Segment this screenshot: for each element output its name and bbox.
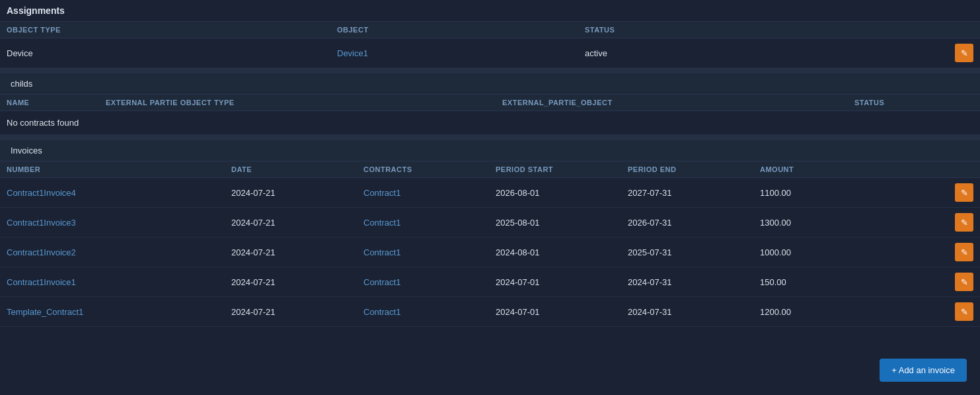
invoice-date-value: 2024-07-21 xyxy=(231,188,363,198)
invoice-contracts-value: Contract1 xyxy=(363,307,496,317)
header-invoice-period-end: PERIOD END xyxy=(628,165,760,173)
invoice-contracts-value: Contract1 xyxy=(363,188,496,198)
childs-header-row: NAME EXTERNAL PARTIE OBJECT TYPE EXTERNA… xyxy=(0,95,980,111)
header-name: NAME xyxy=(7,99,106,107)
invoice-edit-button[interactable]: ✎ xyxy=(955,273,973,291)
invoice-period-end-value: 2025-07-31 xyxy=(628,247,760,257)
invoice-date-value: 2024-07-21 xyxy=(231,277,363,287)
invoice-number-link[interactable]: Contract1Invoice1 xyxy=(7,277,76,287)
invoice-amount-value: 1300.00 xyxy=(760,218,940,228)
invoice-row: Contract1Invoice2 2024-07-21 Contract1 2… xyxy=(0,238,980,267)
invoice-number-link[interactable]: Contract1Invoice3 xyxy=(7,218,76,228)
header-object-type: OBJECT TYPE xyxy=(7,26,337,34)
edit-icon: ✎ xyxy=(961,247,968,257)
header-invoice-contracts: CONTRACTS xyxy=(363,165,496,173)
invoice-number-value: Contract1Invoice3 xyxy=(7,218,231,228)
invoice-number-link[interactable]: Contract1Invoice2 xyxy=(7,247,76,257)
invoice-date-value: 2024-07-21 xyxy=(231,218,363,228)
invoice-period-end-value: 2027-07-31 xyxy=(628,188,760,198)
invoice-number-value: Template_Contract1 xyxy=(7,307,231,317)
header-invoice-period-start: PERIOD START xyxy=(496,165,628,173)
invoice-period-start-value: 2026-08-01 xyxy=(496,188,628,198)
invoice-edit-button[interactable]: ✎ xyxy=(955,213,973,232)
header-object: OBJECT xyxy=(337,26,585,34)
header-external-partie-object-type: EXTERNAL PARTIE OBJECT TYPE xyxy=(106,99,502,107)
assignment-status-value: active xyxy=(585,48,947,58)
header-status: STATUS xyxy=(585,26,973,34)
invoice-contracts-value: Contract1 xyxy=(363,247,496,257)
invoice-date-value: 2024-07-21 xyxy=(231,307,363,317)
no-contracts-message: No contracts found xyxy=(0,111,980,135)
invoice-contracts-value: Contract1 xyxy=(363,277,496,287)
invoice-actions: ✎ xyxy=(940,273,973,291)
edit-icon: ✎ xyxy=(961,277,968,287)
assignment-object-link[interactable]: Device1 xyxy=(337,48,368,58)
header-child-status: STATUS xyxy=(854,99,973,107)
invoice-amount-value: 150.00 xyxy=(760,277,940,287)
invoice-edit-button[interactable]: ✎ xyxy=(955,183,973,202)
invoice-row: Contract1Invoice4 2024-07-21 Contract1 2… xyxy=(0,178,980,208)
assignment-actions: ✎ xyxy=(947,44,973,62)
invoice-number-value: Contract1Invoice4 xyxy=(7,188,231,198)
header-invoice-number: NUMBER xyxy=(7,165,231,173)
childs-section: childs NAME EXTERNAL PARTIE OBJECT TYPE … xyxy=(0,71,980,135)
invoice-period-start-value: 2025-08-01 xyxy=(496,218,628,228)
invoice-row: Contract1Invoice3 2024-07-21 Contract1 2… xyxy=(0,208,980,238)
invoices-section: Invoices NUMBER DATE CONTRACTS PERIOD ST… xyxy=(0,138,980,327)
header-invoice-date: DATE xyxy=(231,165,363,173)
invoice-period-start-value: 2024-07-01 xyxy=(496,307,628,317)
edit-icon: ✎ xyxy=(961,48,968,58)
invoice-contract-link[interactable]: Contract1 xyxy=(363,218,400,228)
invoice-period-end-value: 2024-07-31 xyxy=(628,277,760,287)
invoice-actions: ✎ xyxy=(940,243,973,261)
invoice-contract-link[interactable]: Contract1 xyxy=(363,188,400,198)
invoice-number-value: Contract1Invoice1 xyxy=(7,277,231,287)
invoice-actions: ✎ xyxy=(940,183,973,202)
assignment-object-value: Device1 xyxy=(337,48,585,58)
invoice-amount-value: 1200.00 xyxy=(760,307,940,317)
add-invoice-button[interactable]: + Add an invoice xyxy=(880,359,967,382)
invoice-contract-link[interactable]: Contract1 xyxy=(363,307,400,317)
header-invoice-amount: AMOUNT xyxy=(760,165,973,173)
invoice-contracts-value: Contract1 xyxy=(363,218,496,228)
invoice-period-end-value: 2026-07-31 xyxy=(628,218,760,228)
invoice-period-start-value: 2024-08-01 xyxy=(496,247,628,257)
invoice-period-start-value: 2024-07-01 xyxy=(496,277,628,287)
invoice-actions: ✎ xyxy=(940,302,973,321)
invoice-edit-button[interactable]: ✎ xyxy=(955,243,973,261)
invoices-header-row: NUMBER DATE CONTRACTS PERIOD START PERIO… xyxy=(0,161,980,178)
assignments-header-row: OBJECT TYPE OBJECT STATUS xyxy=(0,22,980,38)
edit-icon: ✎ xyxy=(961,188,968,198)
assignments-section: Assignments OBJECT TYPE OBJECT STATUS De… xyxy=(0,0,980,68)
assignment-object-type-value: Device xyxy=(7,48,337,58)
invoice-row: Contract1Invoice1 2024-07-21 Contract1 2… xyxy=(0,267,980,297)
edit-icon: ✎ xyxy=(961,218,968,228)
invoice-number-link[interactable]: Contract1Invoice4 xyxy=(7,188,76,198)
invoice-row: Template_Contract1 2024-07-21 Contract1 … xyxy=(0,297,980,327)
edit-icon: ✎ xyxy=(961,307,968,317)
invoice-number-value: Contract1Invoice2 xyxy=(7,247,231,257)
invoice-edit-button[interactable]: ✎ xyxy=(955,302,973,321)
invoices-rows-container: Contract1Invoice4 2024-07-21 Contract1 2… xyxy=(0,178,980,327)
invoice-actions: ✎ xyxy=(940,213,973,232)
invoice-contract-link[interactable]: Contract1 xyxy=(363,247,400,257)
assignments-title: Assignments xyxy=(0,0,980,22)
invoice-number-link[interactable]: Template_Contract1 xyxy=(7,307,83,317)
assignments-data-row: Device Device1 active ✎ xyxy=(0,38,980,68)
invoice-amount-value: 1000.00 xyxy=(760,247,940,257)
invoice-amount-value: 1100.00 xyxy=(760,188,940,198)
invoices-title: Invoices xyxy=(0,138,980,161)
header-external-partie-object: EXTERNAL_PARTIE_OBJECT xyxy=(502,99,854,107)
invoice-date-value: 2024-07-21 xyxy=(231,247,363,257)
assignment-edit-button[interactable]: ✎ xyxy=(955,44,973,62)
childs-title: childs xyxy=(0,71,980,95)
invoice-period-end-value: 2024-07-31 xyxy=(628,307,760,317)
invoice-contract-link[interactable]: Contract1 xyxy=(363,277,400,287)
